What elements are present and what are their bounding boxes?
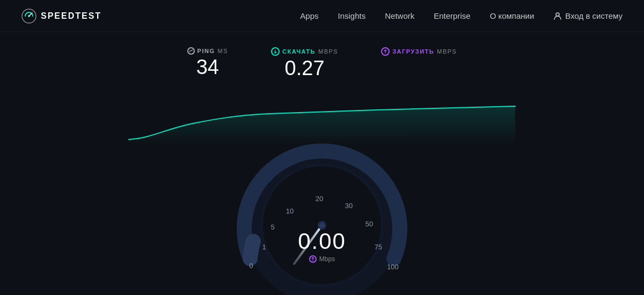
ping-signal-icon: [189, 49, 193, 53]
nav-enterprise[interactable]: Enterprise: [434, 11, 470, 20]
svg-text:100: 100: [387, 263, 399, 271]
ping-label: PING ms: [187, 47, 228, 55]
main-nav: Apps Insights Network Enterprise О компа…: [300, 11, 623, 20]
download-label: СКАЧАТЬ Mbps: [271, 47, 338, 56]
user-icon: [553, 12, 562, 20]
svg-text:10: 10: [286, 207, 294, 215]
upload-icon: [381, 47, 390, 56]
svg-text:20: 20: [316, 195, 323, 203]
download-icon: [271, 47, 280, 56]
current-speed: 0.00: [298, 228, 346, 254]
svg-text:75: 75: [375, 243, 382, 251]
speedometer-svg: 0 1 5 10 20 30 50 75 100: [231, 134, 413, 295]
nav-apps[interactable]: Apps: [300, 11, 318, 20]
svg-point-20: [319, 223, 325, 228]
svg-text:1: 1: [262, 243, 266, 251]
login-label: Вход в систему: [565, 11, 623, 20]
download-stat: СКАЧАТЬ Mbps 0.27: [271, 47, 338, 78]
nav-network[interactable]: Network: [385, 11, 414, 20]
speed-display: 0.00 Mbps: [298, 228, 346, 263]
unit-upload-arrow: [311, 257, 315, 261]
svg-point-3: [556, 13, 559, 16]
download-arrow-icon: [273, 49, 277, 54]
svg-text:30: 30: [345, 202, 353, 210]
logo: SPEEDTEST: [21, 9, 101, 24]
svg-text:0: 0: [249, 262, 253, 270]
svg-text:50: 50: [365, 220, 373, 228]
upload-stat: ЗАГРУЗИТЬ Mbps: [381, 47, 457, 78]
logo-icon: [21, 9, 36, 24]
speed-unit: Mbps: [309, 255, 335, 263]
ping-icon: [187, 47, 195, 55]
speed-unit-label: Mbps: [319, 255, 335, 263]
ping-stat: PING ms 34: [187, 47, 228, 77]
upload-label: ЗАГРУЗИТЬ Mbps: [381, 47, 457, 56]
nav-about[interactable]: О компании: [490, 11, 535, 20]
speedometer: 0 1 5 10 20 30 50 75 100: [231, 134, 413, 295]
svg-line-2: [29, 13, 32, 16]
upload-unit-icon: [309, 255, 317, 263]
nav-insights[interactable]: Insights: [338, 11, 366, 20]
login-button[interactable]: Вход в систему: [553, 11, 623, 20]
upload-arrow-icon: [383, 49, 387, 54]
download-value: 0.27: [285, 58, 325, 78]
stats-row: PING ms 34 СКАЧАТЬ Mbps 0.27: [187, 47, 457, 78]
ping-value: 34: [196, 57, 219, 77]
svg-text:5: 5: [270, 223, 274, 231]
logo-text: SPEEDTEST: [41, 11, 101, 21]
main-content: PING ms 34 СКАЧАТЬ Mbps 0.27: [0, 32, 644, 295]
header: SPEEDTEST Apps Insights Network Enterpri…: [0, 0, 644, 32]
upload-value: [416, 58, 422, 78]
